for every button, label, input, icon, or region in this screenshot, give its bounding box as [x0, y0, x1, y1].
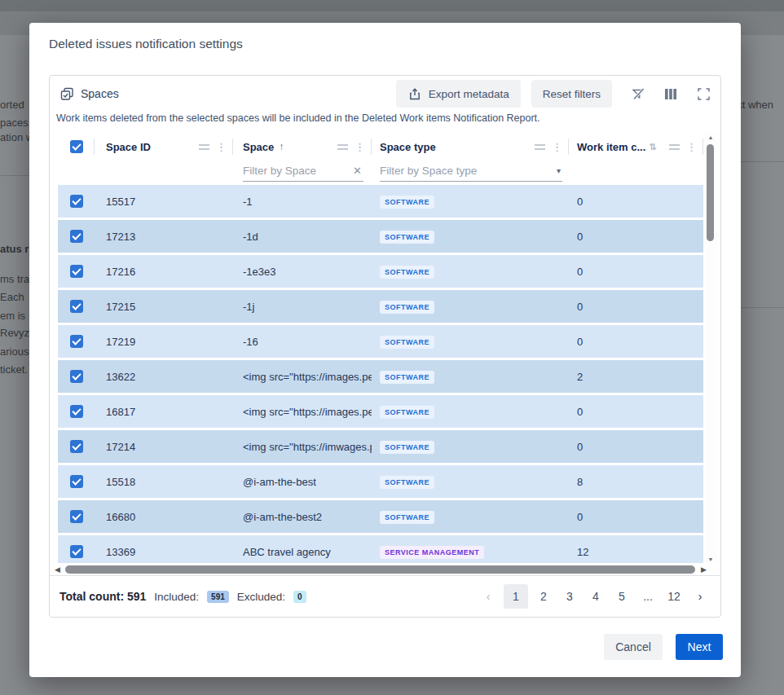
cell-work-item-count: 2	[569, 371, 703, 383]
scroll-right-icon[interactable]: ▶	[701, 565, 707, 575]
columns-icon[interactable]	[663, 86, 678, 101]
column-drag-icon[interactable]	[669, 144, 680, 150]
panel-title: Spaces	[81, 87, 119, 100]
pagination-page-5[interactable]: 5	[611, 584, 632, 609]
column-header-space-type[interactable]: Space type ⋮	[372, 133, 569, 161]
sort-both-icon: ⇅	[649, 142, 656, 152]
table-row[interactable]: 13369 ABC travel agency SERVICE MANAGEME…	[58, 535, 703, 563]
cell-space-id: 17216	[95, 266, 233, 278]
backdrop-text: em is	[0, 310, 31, 322]
cell-space-id: 15517	[95, 196, 233, 208]
space-type-badge: SOFTWARE	[380, 371, 434, 384]
row-checkbox[interactable]	[70, 405, 83, 418]
table-header: Space ID ⋮ Space ↑ ⋮ Space type ⋮ Work i…	[58, 133, 703, 161]
dropdown-caret-icon[interactable]: ▾	[555, 166, 562, 175]
vertical-scrollbar-thumb[interactable]	[707, 144, 714, 241]
clear-filter-icon[interactable]: ✕	[351, 165, 363, 177]
cell-space-id: 16680	[95, 511, 233, 523]
table-row[interactable]: 16817 <img src="https://images.pe SOFTWA…	[58, 395, 703, 430]
cell-space: -1j	[233, 301, 372, 313]
backdrop-text: Revyz	[0, 327, 31, 339]
column-label: Space ID	[106, 141, 151, 153]
next-button[interactable]: Next	[676, 634, 723, 660]
column-menu-icon[interactable]: ⋮	[355, 141, 365, 153]
cell-space: -1d	[233, 231, 372, 243]
reset-filters-button[interactable]: Reset filters	[531, 80, 612, 108]
pagination-page-4[interactable]: 4	[585, 584, 606, 609]
column-drag-icon[interactable]	[535, 144, 545, 150]
pagination-page-2[interactable]: 2	[533, 584, 554, 609]
column-menu-icon[interactable]: ⋮	[686, 141, 697, 153]
row-checkbox[interactable]	[70, 265, 83, 278]
column-header-space-id[interactable]: Space ID ⋮	[95, 133, 233, 161]
export-metadata-label: Export metadata	[429, 88, 509, 100]
backdrop-divider	[741, 161, 784, 162]
column-menu-icon[interactable]: ⋮	[216, 141, 227, 153]
row-checkbox[interactable]	[70, 335, 83, 348]
pagination: ‹ 1 2 3 4 5 ... 12 ›	[478, 584, 711, 609]
cell-space-id: 17214	[95, 441, 233, 453]
pagination-page-1[interactable]: 1	[504, 584, 528, 609]
space-type-badge: SOFTWARE	[380, 336, 434, 349]
column-drag-icon[interactable]	[199, 144, 209, 150]
table-row[interactable]: 13622 <img src="https://images.pe SOFTWA…	[58, 360, 703, 395]
row-checkbox[interactable]	[70, 510, 83, 523]
row-checkbox[interactable]	[70, 195, 83, 208]
table-row[interactable]: 15518 @i-am-the-best SOFTWARE 8	[58, 465, 703, 500]
included-label: Included:	[154, 591, 199, 603]
select-all-checkbox[interactable]	[70, 140, 83, 153]
horizontal-scrollbar-thumb[interactable]	[65, 565, 695, 574]
scroll-left-icon[interactable]: ◀	[55, 565, 60, 575]
total-count: Total count: 591	[59, 590, 146, 603]
pagination-page-3[interactable]: 3	[559, 584, 580, 609]
table-row[interactable]: 17215 -1j SOFTWARE 0	[58, 290, 703, 325]
space-type-badge: SOFTWARE	[380, 441, 434, 454]
cell-space: <img src="https://images.pe	[233, 406, 372, 418]
pagination-prev-icon[interactable]: ‹	[478, 584, 499, 609]
pagination-ellipsis: ...	[637, 584, 658, 609]
horizontal-scrollbar[interactable]: ◀ ▶	[55, 565, 707, 575]
scroll-down-icon[interactable]: ▼	[705, 556, 716, 562]
table-row[interactable]: 17219 -16 SOFTWARE 0	[58, 325, 703, 360]
pagination-next-icon[interactable]: ›	[689, 584, 711, 609]
clear-filters-icon[interactable]	[631, 86, 645, 101]
column-header-work-item-count[interactable]: Work item c... ⇅ ⋮	[569, 133, 703, 161]
table-row[interactable]: 17213 -1d SOFTWARE 0	[58, 220, 703, 255]
space-type-badge: SOFTWARE	[380, 231, 434, 244]
space-type-badge: SOFTWARE	[380, 406, 434, 419]
backdrop-text: paces	[0, 117, 31, 129]
cell-space-id: 17213	[95, 231, 233, 243]
column-label: Work item c...	[577, 141, 645, 153]
column-menu-icon[interactable]: ⋮	[552, 141, 562, 153]
panel-actions: Export metadata Reset filters	[396, 80, 711, 108]
backdrop-text: Each	[0, 291, 31, 303]
table-row[interactable]: 16680 @i-am-the-best2 SOFTWARE 0	[58, 500, 703, 535]
scroll-up-icon[interactable]: ▲	[705, 134, 716, 140]
table-row[interactable]: 15517 -1 SOFTWARE 0	[58, 185, 703, 220]
row-checkbox[interactable]	[70, 370, 83, 383]
spaces-panel: Spaces Export metadata Reset filters	[49, 75, 721, 618]
table-row[interactable]: 17214 <img src="https://imwages.p SOFTWA…	[58, 430, 703, 465]
row-checkbox[interactable]	[70, 545, 83, 558]
column-drag-icon[interactable]	[337, 144, 348, 150]
table-tools	[631, 86, 711, 101]
row-checkbox[interactable]	[70, 475, 83, 488]
row-checkbox[interactable]	[70, 440, 83, 453]
cell-space: <img src="https://imwages.p	[233, 441, 372, 453]
cell-work-item-count: 0	[569, 266, 703, 278]
cell-space: @i-am-the-best	[233, 476, 372, 488]
space-filter-input[interactable]	[243, 165, 351, 177]
cell-space-id: 16817	[95, 406, 233, 418]
space-type-filter-input[interactable]	[380, 165, 555, 177]
included-badge: 591	[207, 591, 229, 603]
row-checkbox[interactable]	[70, 230, 83, 243]
pagination-page-12[interactable]: 12	[663, 584, 685, 609]
vertical-scrollbar[interactable]: ▲ ▼	[705, 134, 716, 563]
column-header-space[interactable]: Space ↑ ⋮	[233, 133, 372, 161]
export-metadata-button[interactable]: Export metadata	[396, 80, 521, 108]
row-checkbox[interactable]	[70, 300, 83, 313]
fullscreen-icon[interactable]	[696, 86, 711, 101]
cancel-button[interactable]: Cancel	[604, 634, 663, 660]
table-row[interactable]: 17216 -1e3e3 SOFTWARE 0	[58, 255, 703, 290]
space-type-badge: SOFTWARE	[380, 196, 434, 209]
